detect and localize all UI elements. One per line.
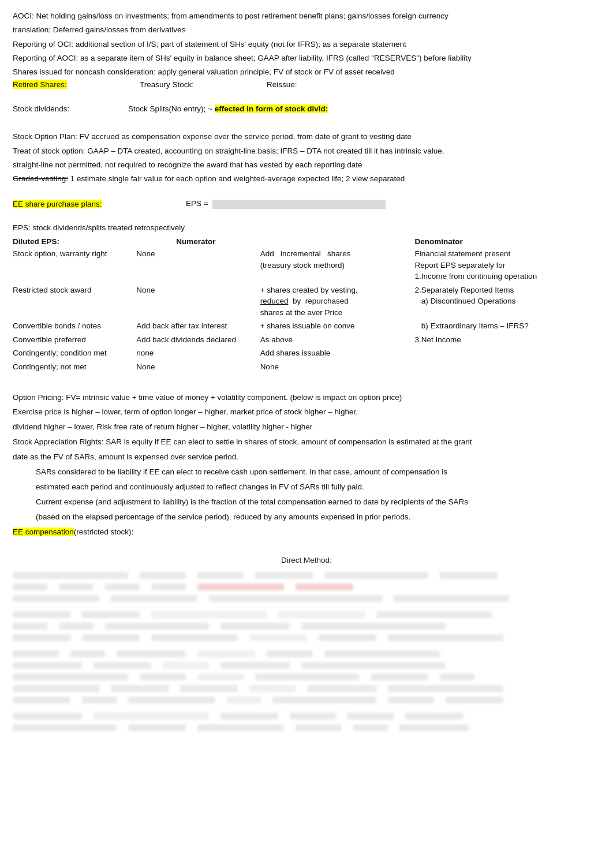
row3-col4: b) Extraordinary Items – IFRS? <box>415 319 600 333</box>
blurred-cell <box>13 595 99 602</box>
blurred-cell <box>440 572 498 579</box>
blurred-cell-red <box>197 583 284 590</box>
row3-col1: Convertible bonds / notes <box>13 319 136 333</box>
stock-splits-right: Stock Splits(No entry); ~ effected in fo… <box>128 104 600 113</box>
blurred-cell <box>82 611 140 618</box>
effected-label: effected in form of stock divid: <box>215 104 328 113</box>
blurred-cell <box>405 713 463 720</box>
spacer4 <box>13 380 600 388</box>
row4-col2: Add back dividends declared <box>136 333 260 347</box>
sar-indent2: estimated each period and continuously a… <box>13 481 600 493</box>
sar-indent1: SARs considered to be liability if EE ca… <box>13 466 600 478</box>
blurred-cell <box>13 650 59 657</box>
row1-col4: Financial statement presentReport EPS se… <box>415 247 600 283</box>
stock-dividends-label: Stock dividends: <box>13 104 69 113</box>
blurred-cell <box>140 572 186 579</box>
sar-line2: date as the FV of SARs, amount is expens… <box>13 451 600 463</box>
blurred-cell <box>151 583 186 590</box>
blurred-row-5 <box>13 623 600 630</box>
diluted-eps-table: Diluted EPS: Numerator Denominator Stock… <box>13 236 600 374</box>
stock-dividends-left: Stock dividends: <box>13 104 128 113</box>
blurred-cell <box>226 697 261 704</box>
direct-method-label: Direct Method: <box>13 555 600 566</box>
blurred-cell <box>324 572 428 579</box>
blurred-row-6 <box>13 634 600 641</box>
row2-col2: None <box>136 283 260 320</box>
table-row: Convertible preferred Add back dividends… <box>13 333 600 347</box>
blurred-cell <box>59 583 94 590</box>
sar-indent4: (based on the elapsed percentage of the … <box>13 511 600 523</box>
blurred-row-13 <box>13 724 600 731</box>
aoci-reporting: Reporting of AOCI: as a separate item of… <box>13 53 600 64</box>
blurred-cell <box>82 634 140 641</box>
ee-share-label: EE share purchase plans: <box>13 200 102 208</box>
table-header-row: Diluted EPS: Numerator Denominator <box>13 236 600 247</box>
blurred-cell <box>59 623 94 630</box>
eps-col: EPS = <box>186 199 600 208</box>
spacer3 <box>13 211 600 220</box>
blurred-row-8 <box>13 662 600 669</box>
spacer5 <box>13 541 600 550</box>
blurred-cell <box>128 697 215 704</box>
stock-option-line3: straight-line not permitted, not require… <box>13 159 600 171</box>
row6-col4 <box>415 360 600 374</box>
blurred-cell <box>111 595 197 602</box>
treasury-stock-col: Treasury Stock: <box>140 80 267 89</box>
blurred-table-section <box>13 572 600 731</box>
blurred-cell <box>13 623 47 630</box>
blurred-cell <box>272 697 376 704</box>
blurred-cell <box>394 595 509 602</box>
ee-share-col: EE share purchase plans: <box>13 200 186 208</box>
blurred-cell <box>220 713 278 720</box>
blurred-cell <box>440 674 474 680</box>
row1-col2: None <box>136 247 260 283</box>
eps-retro-label: EPS: stock dividends/splits treated retr… <box>13 222 600 234</box>
blurred-cell <box>140 674 186 680</box>
stock-option-line2: Treat of stock option: GAAP – DTA create… <box>13 145 600 157</box>
table-row: Contingently; condition met none Add sha… <box>13 346 600 360</box>
blurred-cell <box>163 662 209 669</box>
shares-noncash: Shares issued for noncash consideration:… <box>13 66 600 78</box>
table-row: Stock option, warranty right None Add in… <box>13 247 600 283</box>
blurred-cell <box>197 572 244 579</box>
blurred-cell <box>13 685 99 692</box>
row3-col3: + shares issuable on conve <box>260 319 415 333</box>
row5-col4 <box>415 346 600 360</box>
denominator-header: Denominator <box>415 236 600 247</box>
page-container: AOCI: Net holding gains/loss on investme… <box>13 10 600 731</box>
blurred-cell <box>151 611 267 618</box>
treasury-stock-label: Treasury Stock: <box>140 80 194 89</box>
blurred-cell <box>249 685 296 692</box>
blurred-cell <box>13 697 70 704</box>
reissue-col: Reissue: <box>267 80 394 89</box>
blurred-cell <box>307 685 376 692</box>
blurred-row-12 <box>13 713 600 720</box>
blurred-cell <box>347 713 394 720</box>
row6-col3: None <box>260 360 415 374</box>
blurred-cell <box>70 650 105 657</box>
graded-vesting-line: Graded-vesting: 1 estimate single fair v… <box>13 173 600 185</box>
row5-col3: Add shares issuable <box>260 346 415 360</box>
blurred-cell <box>446 697 503 704</box>
blurred-cell <box>197 650 255 657</box>
blurred-cell <box>13 572 128 579</box>
eps-blank-box <box>212 200 386 209</box>
blurred-cell <box>13 634 70 641</box>
blurred-cell <box>94 662 151 669</box>
ee-comp-label: EE compensation <box>13 527 74 536</box>
row3-col2: Add back after tax interest <box>136 319 260 333</box>
graded-text: 1 estimate single fair value for each op… <box>68 174 405 183</box>
blurred-cell <box>388 697 434 704</box>
graded-label: Graded-vesting: <box>13 174 68 183</box>
aoci-line1: AOCI: Net holding gains/loss on investme… <box>13 10 600 22</box>
blurred-cell <box>255 572 313 579</box>
blurred-cell <box>197 724 284 731</box>
blurred-cell <box>278 611 365 618</box>
blurred-cell <box>197 674 244 680</box>
blurred-cell <box>255 674 359 680</box>
row6-col1: Contingently; not met <box>13 360 136 374</box>
blurred-cell <box>111 685 169 692</box>
blurred-cell <box>94 713 209 720</box>
row1-col3: Add incremental shares(treasury stock me… <box>260 247 415 283</box>
blurred-row-3 <box>13 595 600 602</box>
